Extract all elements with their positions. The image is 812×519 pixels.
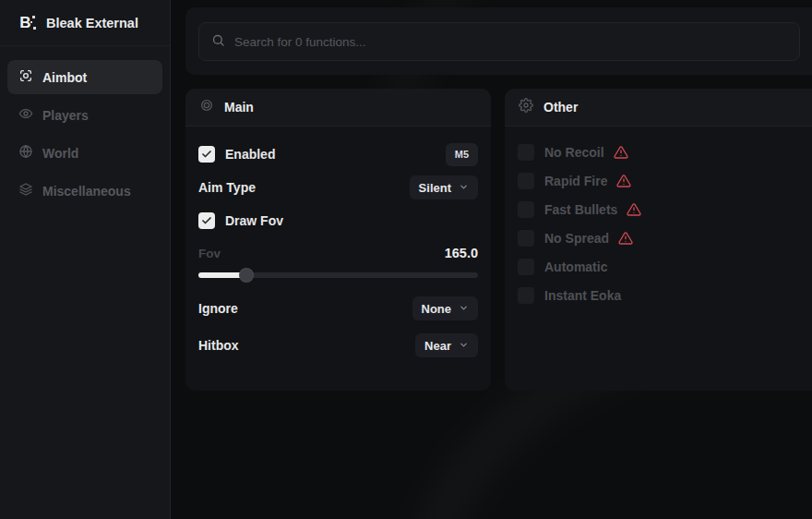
eye-icon xyxy=(18,106,33,124)
draw-fov-checkbox[interactable] xyxy=(198,212,215,229)
layers-icon xyxy=(18,182,33,199)
rapid-fire-row: Rapid Fire xyxy=(518,171,810,191)
panel-main-header: Main xyxy=(185,89,491,127)
warning-icon xyxy=(616,174,631,188)
enabled-checkbox[interactable] xyxy=(198,146,215,163)
enabled-keybind-badge[interactable]: M5 xyxy=(446,143,478,166)
target-icon xyxy=(199,98,214,116)
draw-fov-row: Draw Fov xyxy=(198,209,478,233)
fast-bullets-label: Fast Bullets xyxy=(544,202,617,217)
instant-eoka-row: Instant Eoka xyxy=(518,285,810,306)
sidebar-item-miscellaneous[interactable]: Miscellaneous xyxy=(7,174,162,208)
sidebar-item-label: World xyxy=(42,146,78,161)
search-icon xyxy=(211,33,225,51)
fov-slider[interactable] xyxy=(198,268,478,283)
hitbox-label: Hitbox xyxy=(198,338,239,353)
panel-other-header: Other xyxy=(505,89,812,127)
panel-title: Other xyxy=(543,100,578,115)
app-title: Bleak External xyxy=(46,16,138,30)
chevron-down-icon xyxy=(459,181,469,195)
panel-main-body: Enabled M5 Aim Type Silent Draw Fov xyxy=(185,127,491,357)
search-header xyxy=(185,7,812,75)
warning-icon xyxy=(627,202,641,217)
globe-icon xyxy=(18,144,33,162)
aim-type-label: Aim Type xyxy=(198,180,256,195)
warning-icon xyxy=(614,145,628,160)
enabled-label: Enabled xyxy=(225,147,275,162)
no-recoil-checkbox[interactable] xyxy=(518,144,534,161)
sidebar-item-label: Players xyxy=(42,108,89,123)
ignore-value: None xyxy=(422,302,452,316)
fast-bullets-checkbox[interactable] xyxy=(518,201,534,218)
warning-icon xyxy=(618,231,633,246)
hitbox-row: Hitbox Near xyxy=(198,333,478,357)
aim-type-dropdown[interactable]: Silent xyxy=(410,175,478,199)
fov-label: Fov xyxy=(198,247,221,260)
instant-eoka-label: Instant Eoka xyxy=(544,288,621,303)
automatic-checkbox[interactable] xyxy=(518,259,534,275)
brand-header: B Bleak External xyxy=(0,0,170,46)
sidebar-item-aimbot[interactable]: Aimbot xyxy=(7,60,162,94)
app-window: B Bleak External Aimbot Players World xyxy=(0,0,812,519)
ignore-label: Ignore xyxy=(198,301,238,316)
automatic-label: Automatic xyxy=(544,260,607,274)
panel-main: Main Enabled M5 Aim Type Silent xyxy=(185,89,491,391)
no-recoil-label: No Recoil xyxy=(544,145,604,160)
no-spread-checkbox[interactable] xyxy=(518,230,534,247)
sidebar-item-players[interactable]: Players xyxy=(7,98,162,132)
fov-value: 165.0 xyxy=(445,246,478,260)
panel-title: Main xyxy=(224,100,254,115)
sidebar-item-label: Miscellaneous xyxy=(42,184,131,199)
rapid-fire-checkbox[interactable] xyxy=(518,173,534,189)
crosshair-icon xyxy=(18,68,33,86)
search-box[interactable] xyxy=(198,22,800,61)
ignore-row: Ignore None xyxy=(198,296,478,320)
fov-slider-thumb[interactable] xyxy=(239,268,254,283)
gear-icon xyxy=(519,98,533,116)
hitbox-value: Near xyxy=(424,339,451,353)
app-logo-icon: B xyxy=(15,13,35,33)
search-input[interactable] xyxy=(234,35,787,49)
panel-other-body: No Recoil Rapid Fire Fast Bullets xyxy=(505,127,812,306)
instant-eoka-checkbox[interactable] xyxy=(518,287,534,304)
rapid-fire-label: Rapid Fire xyxy=(544,174,607,188)
aim-type-value: Silent xyxy=(419,181,451,195)
panel-other: Other No Recoil Rapid Fire Fast Bullets xyxy=(505,89,812,391)
chevron-down-icon xyxy=(459,339,469,353)
fast-bullets-row: Fast Bullets xyxy=(518,199,810,220)
hitbox-dropdown[interactable]: Near xyxy=(415,333,478,357)
no-spread-label: No Spread xyxy=(544,231,609,246)
sidebar: B Bleak External Aimbot Players World xyxy=(0,0,171,519)
enabled-row: Enabled M5 xyxy=(198,142,478,166)
sidebar-item-label: Aimbot xyxy=(42,70,87,85)
no-recoil-row: No Recoil xyxy=(518,142,810,163)
fov-row: Fov 165.0 xyxy=(198,245,478,261)
sidebar-item-world[interactable]: World xyxy=(7,136,162,170)
automatic-row: Automatic xyxy=(518,257,810,277)
draw-fov-label: Draw Fov xyxy=(225,213,283,228)
sidebar-nav: Aimbot Players World Miscellaneous xyxy=(0,46,170,208)
chevron-down-icon xyxy=(459,302,469,316)
no-spread-row: No Spread xyxy=(518,228,810,248)
aim-type-row: Aim Type Silent xyxy=(198,175,478,199)
ignore-dropdown[interactable]: None xyxy=(412,296,479,320)
